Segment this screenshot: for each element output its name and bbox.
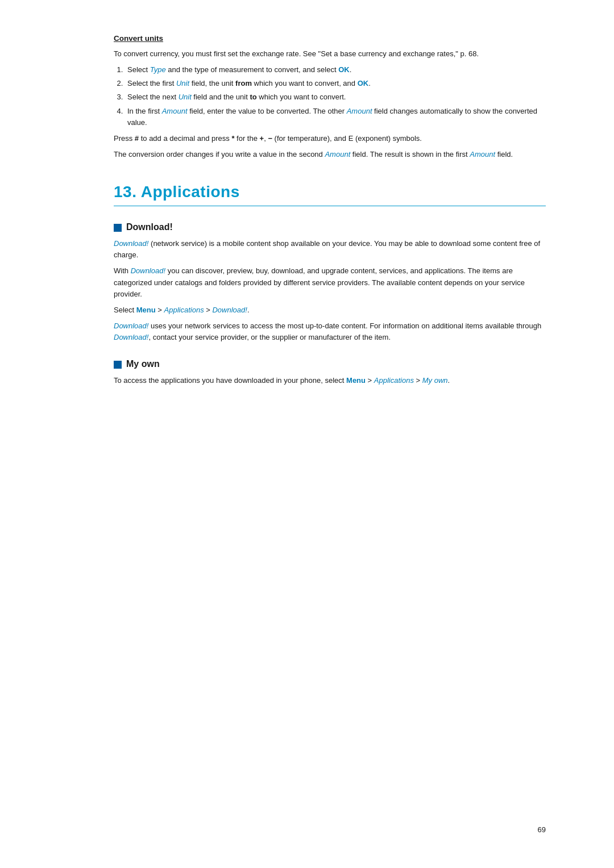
my-own-section-heading: My own — [114, 359, 546, 369]
chapter-title: 13. Applications — [114, 183, 240, 201]
amount-keyword-3: Amount — [325, 150, 350, 158]
convert-units-steps: Select Type and the type of measurement … — [125, 64, 546, 128]
ok-keyword-1: OK — [338, 65, 350, 74]
unit-keyword-1: Unit — [176, 79, 189, 87]
my-own-keyword: My own — [422, 376, 448, 385]
amount-keyword-4: Amount — [470, 150, 495, 158]
applications-keyword-1: Applications — [164, 306, 204, 314]
convert-units-section: Convert units To convert currency, you m… — [114, 34, 546, 160]
download-para-1: Download! (network service) is a mobile … — [114, 238, 546, 261]
step-3: Select the next Unit field and the unit … — [125, 91, 546, 103]
download-select-path: Select Menu > Applications > Download!. — [114, 304, 546, 316]
my-own-title: My own — [126, 359, 160, 369]
press-note: Press # to add a decimal and press * for… — [114, 133, 546, 144]
download-para-3: Download! uses your network services to … — [114, 320, 546, 343]
my-own-para-1: To access the applications you have down… — [114, 375, 546, 386]
download-keyword-path: Download! — [212, 306, 247, 314]
plus-symbol: + — [260, 134, 264, 143]
blue-square-icon — [114, 224, 122, 232]
chapter-heading: 13. Applications — [114, 183, 546, 206]
convert-units-intro: To convert currency, you must first set … — [114, 48, 546, 60]
ok-keyword-2: OK — [358, 79, 369, 87]
download-para-2: With Download! you can discover, preview… — [114, 265, 546, 299]
step-1: Select Type and the type of measurement … — [125, 64, 546, 76]
page-content: Convert units To convert currency, you m… — [0, 0, 614, 868]
applications-keyword-2: Applications — [374, 376, 414, 385]
download-section-heading: Download! — [114, 222, 546, 232]
download-keyword-3: Download! — [114, 322, 148, 330]
star-symbol: * — [231, 134, 234, 143]
chapter-number: 13 — [114, 183, 132, 201]
menu-keyword-1: Menu — [136, 306, 156, 314]
download-keyword-4: Download! — [114, 333, 148, 341]
chapter-name: Applications — [141, 183, 240, 201]
step-2: Select the first Unit field, the unit fr… — [125, 78, 546, 89]
page-number: 69 — [538, 825, 546, 834]
amount-keyword-2: Amount — [347, 107, 372, 115]
download-keyword-1: Download! — [114, 239, 148, 248]
amount-keyword-1: Amount — [162, 107, 188, 115]
type-keyword: Type — [150, 65, 166, 74]
download-keyword-2: Download! — [131, 266, 165, 275]
download-title: Download! — [126, 222, 173, 232]
convert-units-title: Convert units — [114, 34, 546, 43]
unit-keyword-2: Unit — [179, 93, 192, 101]
from-keyword: from — [235, 79, 252, 87]
conversion-note: The conversion order changes if you writ… — [114, 149, 546, 160]
hash-symbol: # — [135, 134, 139, 143]
minus-symbol: − — [268, 134, 272, 143]
step-4: In the first Amount field, enter the val… — [125, 106, 546, 128]
menu-keyword-2: Menu — [346, 376, 366, 385]
blue-square-icon-2 — [114, 361, 122, 369]
to-keyword: to — [250, 93, 256, 101]
